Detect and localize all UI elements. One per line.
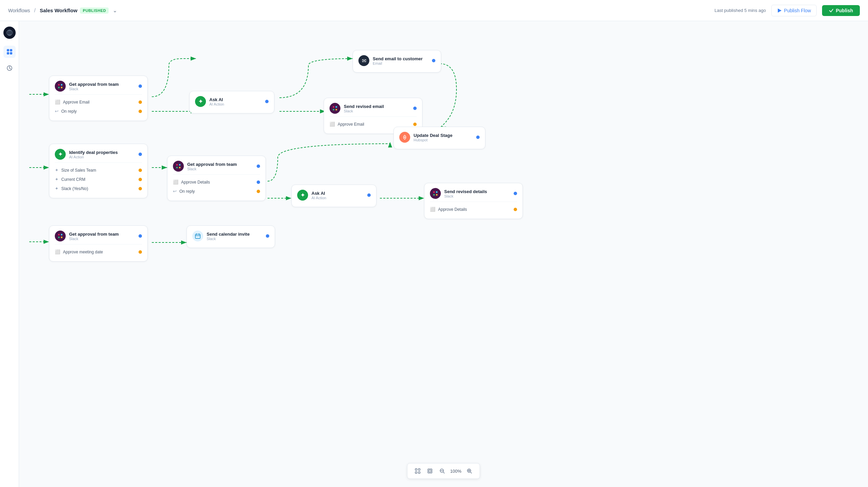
slack-icon-1 [55,81,66,92]
svg-line-51 [471,472,472,473]
node-header-get-approval-1: Get approval from team Slack [55,81,142,92]
history-icon [6,65,13,72]
approve-icon-revised: ⬜ [329,122,335,127]
workflow-name: Sales Workflow [40,7,78,13]
svg-rect-16 [58,87,60,88]
zoom-in-button[interactable] [465,466,474,476]
breadcrumb-separator: / [34,7,35,14]
approve-icon-meeting: ⬜ [55,249,60,254]
header-right: Last published 5 mins ago Publish Flow P… [714,5,860,16]
svg-rect-32 [61,234,63,236]
sidebar-item-workflows[interactable] [3,46,16,58]
ai-icon-1: ✦ [195,96,206,107]
node-get-approval-2[interactable]: Get approval from team Slack ⬜ Approve D… [167,156,266,201]
on-reply-label-2: On reply [179,189,195,194]
node-send-revised-details[interactable]: Send revised details Slack ⬜ Approve Det… [424,183,523,219]
svg-rect-30 [436,194,438,196]
svg-rect-14 [58,84,60,86]
approve-email-label-revised: Approve Email [338,122,364,127]
fit-screen-button[interactable] [413,466,422,476]
chevron-down-icon[interactable]: ⌄ [113,7,117,14]
zoom-controls: 100% [407,463,480,479]
node-subtitle-send-email: Email [373,61,423,65]
last-published-label: Last published 5 mins ago [714,8,766,13]
svg-rect-41 [415,472,417,473]
approve-icon-2: ⬜ [173,179,178,185]
node-title-send-revised-details: Send revised details [444,189,487,194]
node-send-calendar[interactable]: Send calendar invite Slack [187,225,275,248]
node-header-get-approval-3: Get approval from team Slack [55,231,142,241]
node-subtitle-get-approval-3: Slack [69,237,119,241]
current-crm-label: Current CRM [61,177,85,182]
calendar-icon [192,231,203,241]
node-send-email[interactable]: ✉ Send email to customer Email [353,50,441,73]
node-get-approval-1[interactable]: Get approval from team Slack ⬜ Approve E… [49,76,148,121]
approve-meeting-label: Approve meeting date [63,250,103,254]
node-subtitle-get-approval-2: Slack [187,167,237,171]
svg-marker-0 [778,9,782,13]
reply-icon-1: ↩ [55,109,59,114]
breadcrumb-workflows[interactable]: Workflows [8,8,30,13]
node-header-ask-ai-2: ✦ Ask AI AI Action [297,190,371,201]
email-icon: ✉ [358,55,369,66]
svg-rect-21 [336,109,337,111]
svg-rect-5 [10,49,12,51]
svg-rect-6 [7,52,9,54]
node-header-identify-deal: ✦ Identify deal properties AI Action [55,149,142,160]
svg-rect-25 [176,167,178,169]
node-identify-deal[interactable]: ✦ Identify deal properties AI Action ✦ S… [49,144,148,198]
svg-rect-27 [433,191,435,193]
node-title-get-approval-2: Get approval from team [187,162,237,167]
workflow-icon [6,48,13,55]
svg-rect-7 [10,52,12,54]
zoom-level-label: 100% [450,469,462,474]
approve-details-label-2: Approve Details [181,180,210,185]
node-title-get-approval-3: Get approval from team [69,232,119,237]
node-title-send-email: Send email to customer [373,56,423,61]
node-row-approve-meeting: ⬜ Approve meeting date [55,247,142,256]
node-ask-ai-1[interactable]: ✦ Ask AI AI Action [189,91,274,113]
publish-button[interactable]: Publish [822,5,860,16]
sidebar-item-history[interactable] [3,62,16,74]
node-subtitle-update-deal: Hubspot [414,138,452,142]
svg-rect-44 [429,470,431,472]
node-header-send-email: ✉ Send email to customer Email [358,55,435,66]
ai-icon-2: ✦ [297,190,308,201]
svg-rect-43 [428,469,432,473]
node-ask-ai-2[interactable]: ✦ Ask AI AI Action [291,185,376,207]
svg-rect-33 [58,237,60,238]
svg-rect-18 [333,106,335,108]
node-title-update-deal: Update Deal Stage [414,133,452,138]
node-subtitle-send-revised-email: Slack [344,109,384,113]
svg-rect-15 [61,84,63,86]
published-badge: PUBLISHED [80,7,109,14]
sidebar [0,21,19,487]
sparkle-icon-1: ✦ [55,168,59,173]
svg-rect-29 [433,194,435,196]
node-row-approve-email-1: ⬜ Approve Email [55,97,142,107]
node-row-approve-details-revised: ⬜ Approve Details [430,205,517,214]
node-title-send-revised-email: Send revised email [344,104,384,109]
frame-button[interactable] [425,466,435,476]
frame-icon [427,468,433,474]
node-header-ask-ai-1: ✦ Ask AI AI Action [195,96,269,107]
node-update-deal-stage[interactable]: Update Deal Stage Hubspot [393,127,485,149]
workflow-canvas: Get approval from team Slack ⬜ Approve E… [19,21,868,487]
check-icon [829,8,834,13]
publish-flow-label: Publish Flow [784,8,811,13]
node-get-approval-3[interactable]: Get approval from team Slack ⬜ Approve m… [49,225,148,262]
node-header-send-revised-email: Send revised email Slack [329,103,417,114]
publish-flow-button[interactable]: Publish Flow [771,5,817,16]
svg-rect-40 [418,469,420,470]
svg-rect-34 [61,237,63,238]
node-header-update-deal: Update Deal Stage Hubspot [399,132,480,143]
reply-icon-2: ↩ [173,189,177,194]
publish-label: Publish [836,8,853,13]
slack-yes-no-label: Slack (Yes/No) [61,186,88,191]
zoom-out-button[interactable] [437,466,447,476]
slack-icon-5 [55,231,66,241]
node-subtitle-send-revised-details: Slack [444,194,487,198]
approve-icon-revised-2: ⬜ [430,207,435,212]
node-title-ask-ai-2: Ask AI [311,191,326,196]
svg-rect-39 [415,469,417,470]
